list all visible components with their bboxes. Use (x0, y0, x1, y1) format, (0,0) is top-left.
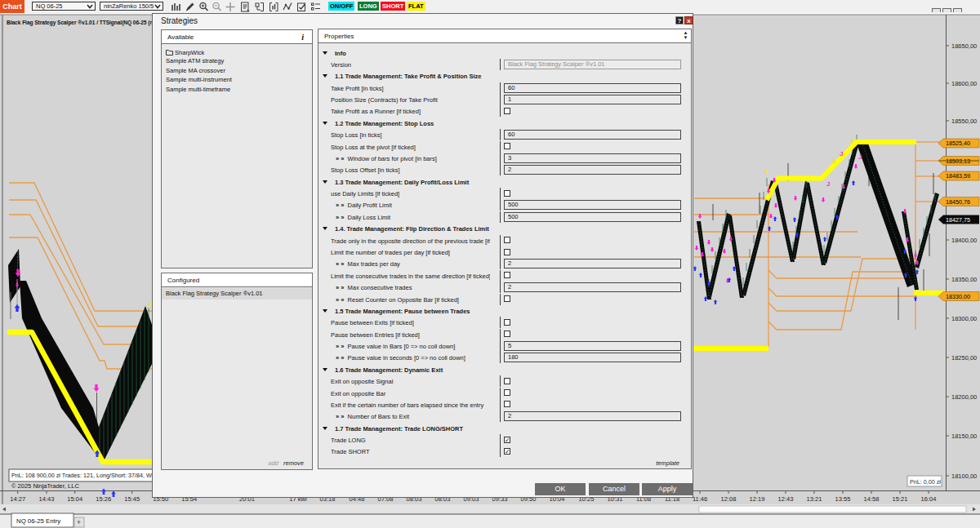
svg-text:J: J (858, 153, 862, 161)
svg-text:14:43: 14:43 (39, 495, 55, 503)
svg-text:J: J (764, 168, 767, 175)
svg-text:J: J (148, 299, 151, 307)
svg-text:12:19: 12:19 (750, 495, 765, 503)
svg-text:J: J (840, 150, 843, 158)
svg-text:13:55: 13:55 (835, 495, 851, 503)
svg-text:12:43: 12:43 (778, 495, 794, 503)
svg-text:18100,00: 18100,00 (951, 473, 977, 480)
svg-text:Black Flag Strategy Scalper ®v: Black Flag Strategy Scalper ®v1.01 / TTS… (7, 20, 161, 26)
svg-text:18300,00: 18300,00 (951, 315, 977, 322)
svg-text:18150,00: 18150,00 (951, 433, 977, 440)
svg-text:+: + (77, 518, 81, 526)
svg-text:18200,00: 18200,00 (951, 393, 977, 401)
svg-text:18427,75: 18427,75 (946, 216, 970, 224)
svg-text:18550,00: 18550,00 (951, 118, 977, 125)
svg-text:15:04: 15:04 (67, 495, 82, 503)
svg-text:18350,00: 18350,00 (951, 276, 977, 283)
svg-text:11:46: 11:46 (693, 495, 707, 503)
svg-text:J: J (850, 137, 853, 144)
svg-text:© 2025 NinjaTrader, LLC: © 2025 NinjaTrader, LLC (11, 482, 79, 490)
svg-text:NQ 06-25 Entry: NQ 06-25 Entry (16, 517, 60, 525)
svg-text:J: J (826, 180, 830, 188)
svg-text:18330,00: 18330,00 (946, 293, 970, 300)
svg-text:18600,00: 18600,00 (951, 80, 977, 87)
svg-text:J: J (832, 158, 835, 165)
svg-text:14:27: 14:27 (10, 495, 25, 503)
svg-text:16:04: 16:04 (921, 495, 937, 503)
svg-text:18650,00: 18650,00 (951, 42, 977, 50)
svg-text:18450,76: 18450,76 (946, 198, 970, 206)
svg-text:14:58: 14:58 (864, 495, 880, 503)
svg-text:13:21: 13:21 (807, 495, 822, 503)
svg-text:15:45: 15:45 (124, 495, 140, 503)
svg-text:18525,40: 18525,40 (946, 140, 970, 147)
svg-text:PnL: 108 900,00 zł Trades: 121: PnL: 108 900,00 zł Trades: 121, Long/Sho… (11, 472, 164, 479)
svg-text:15:21: 15:21 (893, 495, 908, 503)
svg-text:15:26: 15:26 (96, 495, 111, 503)
svg-text:18400,00: 18400,00 (951, 237, 977, 244)
svg-text:18483,59: 18483,59 (946, 172, 970, 180)
svg-text:PnL: 0,00 zł: PnL: 0,00 zł (910, 478, 941, 486)
svg-text:12:08: 12:08 (721, 495, 737, 503)
svg-text:18250,00: 18250,00 (951, 354, 977, 362)
